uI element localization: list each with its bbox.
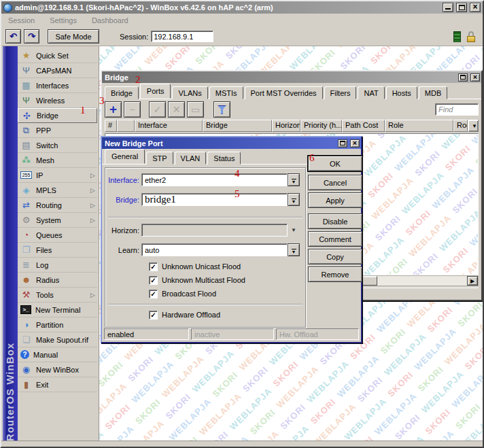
ok-button[interactable]: OK bbox=[308, 156, 362, 171]
menu-dashboard[interactable]: Dashboard bbox=[92, 16, 128, 24]
learn-dropdown-button[interactable]: ▼ bbox=[288, 243, 300, 256]
close-button[interactable]: × bbox=[470, 3, 481, 12]
checkbox-row-broadcast-flood[interactable]: ✓Broadcast Flood bbox=[149, 288, 216, 299]
sidebar-item-interfaces[interactable]: ▦Interfaces bbox=[18, 78, 97, 93]
unknown-unicast-flood-checkbox[interactable]: ✓ bbox=[149, 262, 158, 271]
safe-mode-button[interactable]: Safe Mode bbox=[48, 29, 99, 44]
checkbox-row-unknown-multicast-flood[interactable]: ✓Unknown Multicast Flood bbox=[149, 275, 245, 286]
bridge-field[interactable]: bridge1 bbox=[141, 193, 288, 206]
comment-button[interactable]: Comment bbox=[308, 231, 362, 247]
interface-label: Interface: bbox=[105, 176, 139, 184]
sidebar-item-log[interactable]: ≣Log bbox=[18, 258, 97, 273]
column-header-bridge[interactable]: Bridge bbox=[203, 120, 272, 132]
sidebar-item-wireless[interactable]: ΨWireless bbox=[18, 93, 97, 108]
sidebar-item-mesh[interactable]: ⁂Mesh bbox=[18, 153, 97, 168]
bridge-close-button[interactable]: × bbox=[470, 73, 480, 82]
sidebar-item-bridge[interactable]: ✣Bridge bbox=[18, 108, 97, 123]
checkbox-row-unknown-unicast-flood[interactable]: ✓Unknown Unicast Flood bbox=[149, 261, 241, 272]
sidebar-item-files[interactable]: ❐Files bbox=[18, 243, 97, 258]
bridge-titlebar[interactable]: Bridge × bbox=[102, 71, 481, 83]
sidebar-item-system[interactable]: ⚙System▷ bbox=[18, 213, 97, 228]
column-header-priority-h[interactable]: Priority (h... bbox=[300, 120, 342, 132]
hardware-offload-checkbox[interactable]: ✓ bbox=[149, 311, 158, 320]
tab-port-mst-overrides[interactable]: Port MST Overrides bbox=[245, 86, 323, 99]
tab-bridge[interactable]: Bridge bbox=[105, 86, 139, 99]
dialog-tab-general[interactable]: General bbox=[105, 149, 145, 164]
column-select-button[interactable]: ▼ bbox=[468, 120, 479, 132]
minimize-button[interactable] bbox=[443, 3, 453, 12]
session-field[interactable]: 192.168.9.1 bbox=[151, 31, 213, 42]
horizon-dropdown-arrow[interactable]: ▼ bbox=[288, 227, 300, 233]
sidebar-item-radius[interactable]: ☻Radius bbox=[18, 273, 97, 288]
chevron-down-icon: ▼ bbox=[292, 250, 296, 254]
tab-nat[interactable]: NAT bbox=[358, 86, 384, 99]
sidebar-item-ppp[interactable]: ⧉PPP bbox=[18, 123, 97, 138]
sidebar-item-tools[interactable]: ⚒Tools▷ bbox=[18, 288, 97, 303]
sidebar-item-switch[interactable]: ▤Switch bbox=[18, 138, 97, 153]
checkbox-row-hardware-offload[interactable]: ✓Hardware Offload bbox=[149, 309, 220, 320]
tab-vlans[interactable]: VLANs bbox=[172, 86, 207, 99]
add-button[interactable]: + bbox=[105, 101, 122, 118]
dialog-tab-vlan[interactable]: VLAN bbox=[175, 152, 207, 165]
sidebar-item-label: IP bbox=[36, 171, 43, 179]
sidebar-item-routing[interactable]: ⇄Routing▷ bbox=[18, 198, 97, 213]
sidebar-item-label: Make Supout.rif bbox=[36, 336, 88, 344]
horizon-field[interactable] bbox=[141, 224, 288, 237]
dialog-titlebar[interactable]: New Bridge Port × bbox=[102, 137, 361, 149]
enable-button[interactable]: ✓ bbox=[149, 101, 166, 118]
sidebar-item-make-supout-rif[interactable]: ❏Make Supout.rif bbox=[18, 332, 97, 347]
broadcast-flood-checkbox[interactable]: ✓ bbox=[149, 290, 158, 298]
sidebar-item-new-winbox[interactable]: ◉New WinBox bbox=[18, 362, 97, 377]
tab-filters[interactable]: Filters bbox=[324, 86, 357, 99]
copy-button[interactable]: Copy bbox=[308, 249, 362, 264]
maximize-button[interactable] bbox=[456, 3, 467, 12]
column-header-roo[interactable]: Roo bbox=[453, 120, 468, 132]
tab-mdb[interactable]: MDB bbox=[419, 86, 447, 99]
comment-button[interactable]: ▭ bbox=[187, 101, 204, 118]
column-header-path-cost[interactable]: Path Cost bbox=[342, 120, 385, 132]
dialog-close-button[interactable]: × bbox=[350, 139, 360, 148]
apply-button[interactable]: Apply bbox=[308, 192, 362, 208]
remove-button[interactable]: Remove bbox=[308, 266, 362, 282]
column-header-blank[interactable]: # bbox=[105, 120, 117, 132]
remove-button[interactable]: − bbox=[124, 101, 141, 118]
learn-field[interactable]: auto bbox=[141, 243, 288, 256]
column-header-horizon[interactable]: Horizon bbox=[272, 120, 300, 132]
sidebar-item-exit[interactable]: ▮Exit bbox=[18, 377, 97, 392]
undo-button[interactable]: ↶ bbox=[5, 29, 21, 44]
interface-field[interactable]: ether2 bbox=[141, 173, 288, 186]
dialog-tab-status[interactable]: Status bbox=[207, 152, 241, 165]
bridge-dropdown-button[interactable]: ▼ bbox=[288, 193, 300, 206]
disable-button[interactable]: ✕ bbox=[168, 101, 185, 118]
unknown-multicast-flood-checkbox[interactable]: ✓ bbox=[149, 276, 158, 285]
main-titlebar[interactable]: admin@192.168.9.1 (Skori-hAPac^2) - WinB… bbox=[1, 1, 483, 14]
sidebar-item-new-terminal[interactable]: >_New Terminal bbox=[18, 303, 97, 317]
menu-session[interactable]: Session bbox=[8, 16, 35, 24]
column-header-item[interactable] bbox=[117, 120, 135, 132]
tab-hosts[interactable]: Hosts bbox=[386, 86, 417, 99]
dialog-maximize-button[interactable] bbox=[338, 139, 347, 148]
tab-ports[interactable]: Ports bbox=[140, 84, 171, 99]
find-input[interactable] bbox=[435, 103, 479, 116]
column-header-interface[interactable]: Interface bbox=[135, 120, 203, 132]
tab-mstis[interactable]: MSTIs bbox=[209, 86, 243, 99]
bridge-maximize-button[interactable] bbox=[458, 73, 468, 82]
menu-settings[interactable]: Settings bbox=[50, 16, 77, 24]
scroll-right-button[interactable]: ▶ bbox=[467, 276, 478, 286]
redo-button[interactable]: ↷ bbox=[24, 29, 39, 44]
sidebar-item-queues[interactable]: ◔Queues bbox=[18, 228, 97, 243]
sidebar-item-manual[interactable]: ?Manual bbox=[18, 347, 97, 362]
sidebar-item-quick-set[interactable]: ★Quick Set bbox=[18, 48, 97, 63]
dialog-tab-stp[interactable]: STP bbox=[146, 152, 173, 165]
sidebar-item-partition[interactable]: ◑Partition bbox=[18, 317, 97, 332]
sidebar-item-mpls[interactable]: ◈MPLS▷ bbox=[18, 183, 97, 198]
sidebar-item-capsman[interactable]: ΨCAPsMAN bbox=[18, 63, 97, 78]
cancel-button[interactable]: Cancel bbox=[308, 175, 362, 190]
sidebar-item-label: MPLS bbox=[36, 186, 56, 194]
sidebar-item-ip[interactable]: 255IP▷ bbox=[18, 168, 97, 183]
column-header-role[interactable]: Role bbox=[385, 120, 453, 132]
sidebar-item-label: Interfaces bbox=[36, 82, 69, 90]
filter-button[interactable] bbox=[213, 101, 230, 118]
disable-button[interactable]: Disable bbox=[308, 213, 362, 229]
interface-dropdown-button[interactable]: ▼ bbox=[288, 173, 300, 186]
